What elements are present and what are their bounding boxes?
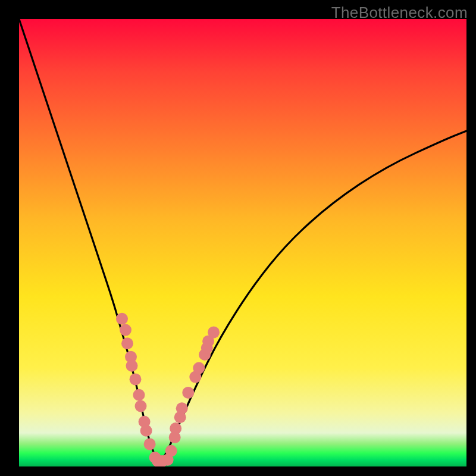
marker-dot (176, 402, 188, 414)
marker-dot (126, 360, 138, 372)
bottleneck-curve (19, 19, 466, 460)
marker-dot (208, 326, 220, 338)
marker-dot (144, 438, 156, 450)
marker-dot (120, 324, 131, 336)
marker-dot (165, 445, 177, 457)
marker-dot (140, 425, 152, 437)
marker-dot (121, 337, 133, 349)
marker-dot (116, 313, 128, 325)
dot-cluster (116, 313, 220, 466)
chart-plot-area (19, 19, 466, 466)
marker-dot (130, 373, 142, 385)
marker-dot (182, 387, 194, 399)
marker-dot (135, 400, 147, 412)
chart-svg (19, 19, 466, 466)
watermark-text: TheBottleneck.com (331, 4, 468, 22)
marker-dot (193, 362, 205, 374)
marker-dot (133, 389, 145, 401)
marker-dot (170, 422, 181, 434)
